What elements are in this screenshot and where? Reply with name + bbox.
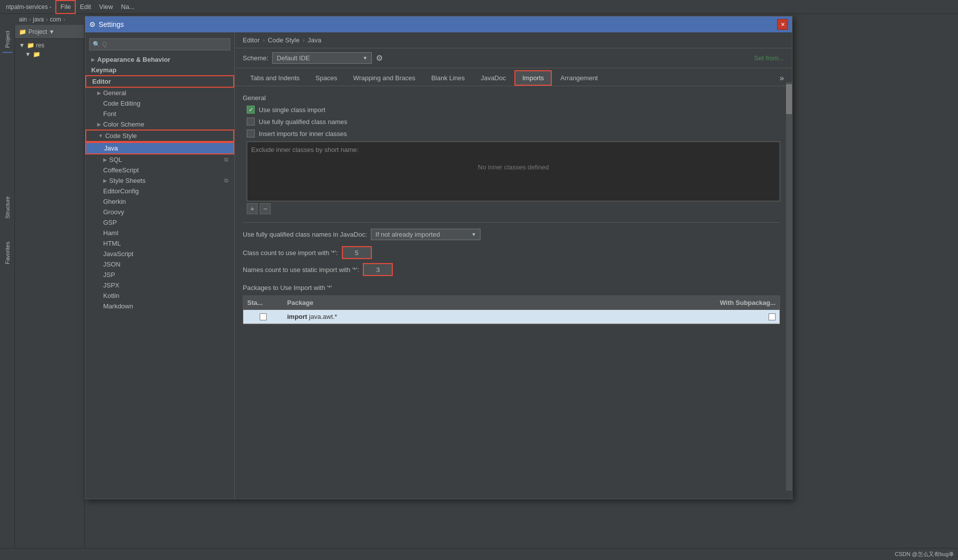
add-button[interactable]: +: [247, 203, 258, 214]
names-count-input[interactable]: 3: [363, 263, 393, 276]
nav-item-haml[interactable]: Haml: [85, 228, 234, 238]
tab-arrangement[interactable]: Arrangement: [553, 71, 605, 85]
packages-title: Packages to Use Import with '*': [243, 284, 780, 291]
nav-item-editorconfig[interactable]: EditorConfig: [85, 186, 234, 196]
nav-label: CoffeeScript: [103, 166, 139, 174]
nav-item-code-editing[interactable]: Code Editing: [85, 98, 234, 109]
exclude-box: Exclude inner classes by short name: No …: [247, 141, 780, 201]
packages-table: Sta... Package With Subpackag...: [243, 295, 780, 324]
scheme-gear-icon[interactable]: ⚙: [376, 53, 383, 63]
nav-label: JavaScript: [103, 250, 134, 258]
check-mark-icon: ✓: [249, 107, 253, 113]
nav-label: Style Sheets: [109, 177, 146, 184]
nav-label: Appearance & Behavior: [97, 56, 170, 63]
nav-item-json[interactable]: JSON: [85, 259, 234, 270]
nav-item-color-scheme[interactable]: ▶ Color Scheme: [85, 119, 234, 130]
nav-item-html[interactable]: HTML: [85, 238, 234, 249]
checkbox-row-single-class: ✓ Use single class import: [243, 106, 780, 114]
nav-item-jspx[interactable]: JSPX: [85, 280, 234, 290]
project-tab[interactable]: Project: [2, 27, 12, 53]
tab-spaces[interactable]: Spaces: [308, 71, 344, 85]
nav-item-javascript[interactable]: JavaScript: [85, 249, 234, 259]
class-count-input[interactable]: 5: [342, 246, 372, 259]
remove-button[interactable]: −: [260, 203, 271, 214]
nav-item-appearance[interactable]: ▶ Appearance & Behavior: [85, 54, 234, 65]
favorites-tab[interactable]: Favorites: [2, 238, 12, 268]
checkbox-single-class-import[interactable]: ✓: [247, 106, 255, 114]
nav-label: Gherkin: [103, 198, 126, 205]
nav-label: JSPX: [103, 281, 120, 289]
settings-panel: General ✓ Use single class import Use fu…: [235, 86, 792, 499]
nav-label: HTML: [103, 240, 121, 247]
nav-item-code-style[interactable]: ▼ Code Style: [85, 130, 234, 142]
tab-more-icon[interactable]: »: [780, 74, 784, 83]
class-count-row: Class count to use import with '*': 5: [243, 246, 780, 259]
checkbox-fully-qualified[interactable]: [247, 118, 255, 126]
checkbox-insert-imports[interactable]: [247, 130, 255, 138]
set-from-link[interactable]: Set from...: [754, 54, 784, 62]
tab-javadoc[interactable]: JavaDoc: [473, 71, 513, 85]
tree-item-res[interactable]: ▼ 📁 res: [17, 41, 82, 50]
tab-imports[interactable]: Imports: [514, 70, 552, 86]
menu-item-na[interactable]: Na...: [117, 0, 139, 14]
tree-item-sub[interactable]: ▼ 📁: [17, 50, 82, 59]
subpackage-checkbox[interactable]: [769, 313, 776, 320]
project-panel: 📁 Project ▼ ▼ 📁 res ▼ 📁: [15, 25, 85, 553]
td-package: import java.awt.*: [283, 310, 680, 323]
settings-close-button[interactable]: ✕: [777, 19, 788, 30]
tab-blank-lines[interactable]: Blank Lines: [424, 71, 472, 85]
nav-item-gsp[interactable]: GSP: [85, 217, 234, 228]
menu-item-file[interactable]: File: [55, 0, 76, 14]
scheme-value: Default IDE: [277, 54, 310, 62]
search-input[interactable]: [102, 41, 227, 48]
nav-label: Markdown: [103, 302, 133, 310]
nav-item-kotlin[interactable]: Kotlin: [85, 290, 234, 301]
settings-title-icon: ⚙: [89, 20, 96, 28]
tab-wrapping-braces[interactable]: Wrapping and Braces: [345, 71, 423, 85]
expand-icon: ▶: [91, 57, 95, 62]
nav-item-general[interactable]: ▶ General: [85, 88, 234, 98]
nav-item-style-sheets[interactable]: ▶ Style Sheets ⧉: [85, 175, 234, 186]
nav-label: JSON: [103, 261, 121, 268]
settings-body: 🔍 ▶ Appearance & Behavior Keymap Editor …: [85, 32, 792, 499]
nav-item-keymap[interactable]: Keymap: [85, 65, 234, 75]
nav-label: Editor: [92, 78, 111, 85]
class-count-label: Class count to use import with '*':: [243, 249, 338, 257]
javadoc-dropdown[interactable]: If not already imported ▼: [371, 229, 480, 240]
nav-item-gherkin[interactable]: Gherkin: [85, 196, 234, 207]
settings-title-text: Settings: [99, 20, 124, 28]
menu-item-edit[interactable]: Edit: [76, 0, 95, 14]
row-checkbox[interactable]: [260, 313, 267, 320]
nav-label: Code Style: [105, 132, 137, 140]
nav-item-coffeescript[interactable]: CoffeeScript: [85, 165, 234, 175]
checkbox-row-insert-imports: Insert imports for inner classes: [243, 130, 780, 138]
search-box[interactable]: 🔍: [89, 38, 230, 50]
nav-item-editor[interactable]: Editor: [85, 75, 234, 88]
menu-item-view[interactable]: View: [95, 0, 117, 14]
exclude-empty-text: No inner classes defined: [251, 163, 776, 171]
nav-label: Java: [104, 144, 118, 152]
structure-tab[interactable]: Structure: [2, 192, 12, 223]
nav-item-font[interactable]: Font: [85, 109, 234, 119]
nav-item-sql[interactable]: ▶ SQL ⧉: [85, 154, 234, 165]
nav-item-markdown[interactable]: Markdown: [85, 301, 234, 311]
scrollbar-thumb[interactable]: [786, 84, 792, 114]
javadoc-value: If not already imported: [375, 231, 440, 238]
nav-label: EditorConfig: [103, 187, 139, 195]
nav-item-jsp[interactable]: JSP: [85, 270, 234, 280]
nav-item-java[interactable]: Java: [85, 142, 234, 154]
nav-label: Kotlin: [103, 292, 120, 299]
tab-tabs-indents[interactable]: Tabs and Indents: [243, 71, 307, 85]
checkbox-label: Use single class import: [259, 106, 325, 114]
bottom-bar: CSDN @怎么又有bug单: [0, 548, 958, 560]
settings-nav: 🔍 ▶ Appearance & Behavior Keymap Editor …: [85, 32, 235, 499]
scheme-row: Scheme: Default IDE ▼ ⚙ Set from...: [235, 48, 792, 68]
exclude-label: Exclude inner classes by short name:: [251, 146, 776, 153]
th-package: Package: [283, 296, 680, 309]
table-header: Sta... Package With Subpackag...: [243, 296, 780, 310]
expand-arrow: ▶: [103, 178, 107, 183]
scheme-dropdown[interactable]: Default IDE ▼: [272, 52, 372, 64]
bottom-status-text: CSDN @怎么又有bug单: [895, 551, 954, 558]
nav-item-groovy[interactable]: Groovy: [85, 207, 234, 217]
settings-scrollbar[interactable]: [786, 82, 792, 491]
